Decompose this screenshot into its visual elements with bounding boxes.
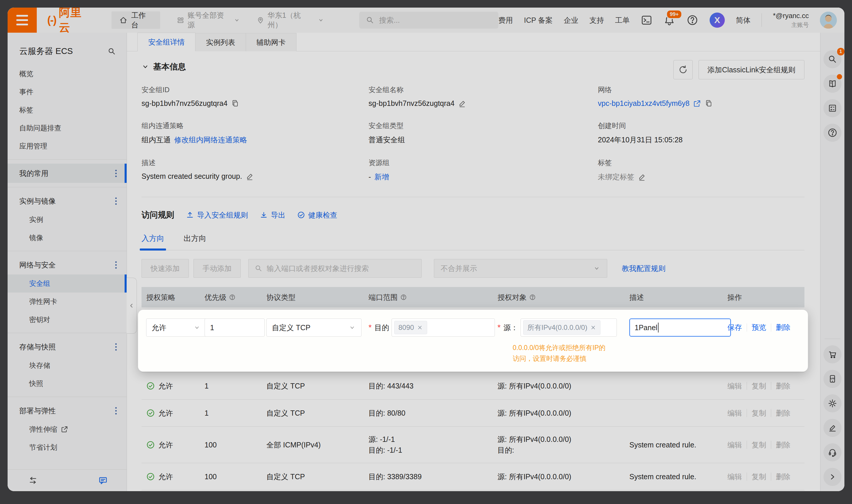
clone-link[interactable]: 复制: [752, 472, 766, 482]
delete-link[interactable]: 删除: [776, 408, 791, 418]
preview-link[interactable]: 预览: [752, 323, 766, 332]
tab-security-group-details[interactable]: 安全组详情: [138, 33, 195, 51]
description-input[interactable]: 1Panel: [629, 319, 731, 337]
priority-input[interactable]: 1: [205, 319, 265, 337]
rail-help-icon[interactable]: [823, 124, 841, 142]
teach-me-rules-link[interactable]: 教我配置规则: [622, 264, 665, 273]
port-input[interactable]: 8090: [392, 319, 495, 337]
sidebar-search-icon[interactable]: [107, 47, 116, 56]
account-resources-selector[interactable]: 账号全部资源: [177, 11, 240, 30]
rail-search-icon[interactable]: 1: [823, 50, 841, 68]
delete-link[interactable]: 删除: [776, 472, 791, 482]
global-search-input[interactable]: 搜索...: [359, 12, 498, 29]
menu-icp[interactable]: ICP 备案: [524, 16, 553, 25]
menu-tickets[interactable]: 工单: [615, 16, 630, 25]
rail-support-headset-icon[interactable]: [823, 443, 841, 462]
rail-docs-icon[interactable]: [823, 75, 841, 93]
refresh-button[interactable]: [673, 60, 693, 79]
panel-collapse-handle[interactable]: [127, 278, 137, 334]
clone-link[interactable]: 复制: [752, 408, 766, 418]
cloudshell-icon[interactable]: [641, 14, 653, 26]
remove-tag-icon[interactable]: [590, 325, 596, 330]
rail-checklist-icon[interactable]: [823, 99, 841, 117]
sidebar-group-storage-snapshots[interactable]: 存储与快照: [7, 337, 127, 356]
menu-support[interactable]: 支持: [589, 16, 604, 25]
clone-link[interactable]: 复制: [752, 381, 766, 391]
tab-outbound[interactable]: 出方向: [183, 233, 206, 250]
protocol-select[interactable]: 自定义 TCP: [266, 319, 361, 337]
notifications-bell-icon[interactable]: 99+: [663, 14, 675, 26]
avatar[interactable]: [820, 12, 837, 29]
sidebar-item-images[interactable]: 镜像: [7, 229, 127, 247]
kebab-menu-icon[interactable]: [115, 170, 117, 177]
delete-link[interactable]: 删除: [776, 381, 791, 391]
menu-enterprise[interactable]: 企业: [564, 16, 578, 25]
sidebar-group-favorites[interactable]: 我的常用: [7, 164, 127, 183]
merge-display-select[interactable]: 不合并展示: [434, 259, 607, 278]
info-circle-icon[interactable]: [400, 294, 407, 301]
edit-link[interactable]: 编辑: [727, 472, 742, 482]
tab-inbound[interactable]: 入方向: [142, 233, 164, 250]
sidebar-item-events[interactable]: 事件: [7, 83, 127, 101]
kebab-menu-icon[interactable]: [115, 261, 117, 269]
remove-tag-icon[interactable]: [417, 325, 423, 330]
delete-link[interactable]: 删除: [776, 440, 791, 450]
sidebar-item-enis[interactable]: 弹性网卡: [7, 292, 127, 311]
sidebar-group-instances-images[interactable]: 实例与镜像: [7, 191, 127, 211]
rail-mobile-app-icon[interactable]: APP: [823, 370, 841, 388]
info-circle-icon[interactable]: [229, 294, 236, 301]
menu-billing[interactable]: 费用: [498, 16, 513, 25]
rail-feedback-pencil-icon[interactable]: [823, 419, 841, 437]
add-classiclink-rule-button[interactable]: 添加ClassicLink安全组规则: [698, 60, 804, 79]
alibaba-cloud-logo[interactable]: (-) 阿里云: [47, 7, 92, 35]
kebab-menu-icon[interactable]: [115, 407, 117, 414]
rail-cart-icon[interactable]: [823, 345, 841, 363]
edit-link[interactable]: 编辑: [727, 440, 742, 450]
language-selector[interactable]: 简体: [736, 16, 750, 25]
help-icon[interactable]: [686, 14, 698, 26]
rules-search-input[interactable]: 输入端口或者授权对象进行搜索: [248, 259, 422, 278]
region-selector[interactable]: 华东1（杭州）: [256, 11, 324, 30]
delete-link[interactable]: 删除: [776, 323, 791, 332]
sidebar-item-instances[interactable]: 实例: [7, 211, 127, 229]
sidebar-item-tags[interactable]: 标签: [7, 101, 127, 119]
external-link-icon[interactable]: [693, 100, 701, 108]
copy-icon[interactable]: [231, 100, 239, 108]
save-link[interactable]: 保存: [727, 323, 742, 332]
edit-link[interactable]: 编辑: [727, 381, 742, 391]
policy-select[interactable]: 允许: [146, 319, 206, 337]
health-check-link[interactable]: 健康检查: [297, 210, 337, 220]
quick-add-button[interactable]: 快速添加: [142, 259, 189, 278]
edit-pencil-icon[interactable]: [638, 173, 646, 181]
sidebar-item-block-storage[interactable]: 块存储: [7, 356, 127, 375]
info-circle-icon[interactable]: [529, 294, 536, 301]
tab-secondary-enis[interactable]: 辅助网卡: [246, 33, 297, 51]
edit-link[interactable]: 编辑: [727, 408, 742, 418]
rail-settings-gear-icon[interactable]: [823, 394, 841, 412]
modify-policy-link[interactable]: 修改组内网络连通策略: [174, 135, 247, 145]
edit-pencil-icon[interactable]: [246, 173, 254, 181]
sidebar-item-key-pairs[interactable]: 密钥对: [7, 311, 127, 329]
tab-instance-list[interactable]: 实例列表: [195, 33, 246, 51]
edit-pencil-icon[interactable]: [458, 100, 466, 108]
source-input[interactable]: 所有IPv4(0.0.0.0/0): [520, 319, 617, 337]
clone-link[interactable]: 复制: [752, 440, 766, 450]
collapse-sidebar-icon[interactable]: [28, 475, 38, 485]
manual-add-button[interactable]: 手动添加: [193, 259, 241, 278]
vpc-link[interactable]: vpc-bp1ciyab1xz4vt5fym6y8: [598, 99, 690, 108]
x-app-icon[interactable]: X: [710, 13, 725, 28]
add-resource-group-link[interactable]: 新增: [374, 172, 389, 182]
feedback-chat-icon[interactable]: [98, 475, 108, 485]
sidebar-item-savings-plans[interactable]: 节省计划: [7, 438, 127, 456]
kebab-menu-icon[interactable]: [115, 197, 117, 205]
sidebar-item-auto-scaling[interactable]: 弹性伸缩: [7, 420, 127, 438]
sidebar-group-deployment-elasticity[interactable]: 部署与弹性: [7, 401, 127, 420]
sidebar-item-troubleshoot[interactable]: 自助问题排查: [7, 119, 127, 137]
sidebar-item-security-groups[interactable]: 安全组: [7, 274, 127, 292]
sidebar-group-network-security[interactable]: 网络与安全: [7, 255, 127, 274]
account-info[interactable]: *@ryanc.cc 主账号: [773, 12, 809, 29]
import-rules-link[interactable]: 导入安全组规则: [186, 210, 248, 220]
rail-collapse-icon[interactable]: [823, 468, 841, 486]
kebab-menu-icon[interactable]: [115, 343, 117, 350]
workbench-button[interactable]: 工作台: [111, 11, 160, 29]
